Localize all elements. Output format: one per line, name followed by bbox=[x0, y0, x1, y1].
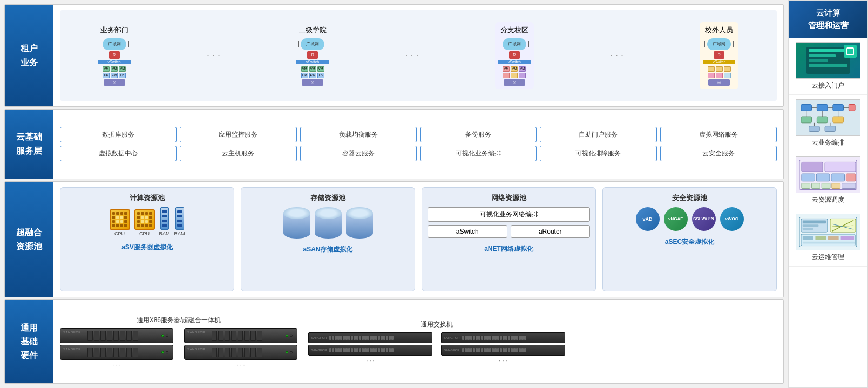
switch-units: SANGFOR bbox=[308, 332, 565, 364]
resource-pools: 计算资源池 bbox=[60, 187, 777, 291]
separator-1: · · · bbox=[207, 50, 220, 61]
server-unit-1: SANGFOR bbox=[60, 328, 173, 368]
service-troubleshoot: 可视化排障服务 bbox=[540, 146, 656, 161]
svg-rect-23 bbox=[846, 174, 856, 181]
svg-rect-42 bbox=[841, 236, 855, 240]
server-rack-2b: SANGFOR bbox=[184, 345, 297, 360]
svg-rect-25 bbox=[812, 183, 820, 189]
service-vdc: 虚拟数据中心 bbox=[60, 146, 177, 161]
cloud-services-content: 数据库服务 应用监控服务 负载均衡服务 备份服务 自助门户服务 虚拟网络服务 虚… bbox=[53, 110, 783, 179]
row-hardware: 通用基础硬件 通用X86服务器/超融合一体机 SANGFOR bbox=[4, 299, 784, 384]
tenant-unit-title-1: 业务部门 bbox=[100, 25, 128, 35]
network-pool-inner: 可视化业务网络编排 aSwitch aRouter bbox=[428, 207, 590, 238]
hyperconverged-content: 计算资源池 bbox=[53, 182, 783, 297]
cpu-icon-2: CPU bbox=[134, 209, 155, 236]
right-panel-item-biz[interactable]: 云业务编排 bbox=[789, 95, 867, 152]
diagram-branch: 分支校区 广域网 R vSwitch VM VM VM bbox=[498, 25, 531, 86]
net-vis-orch: 可视化业务网络编排 bbox=[428, 207, 590, 222]
svg-rect-1 bbox=[817, 104, 828, 111]
server-units: SANGFOR bbox=[60, 328, 297, 368]
service-container: 容器云服务 bbox=[300, 146, 417, 161]
server-section-title: 通用X86服务器/超融合一体机 bbox=[137, 316, 221, 325]
tenant-unit-college: 二级学院 广域网 R vSwitch VM VM VM bbox=[296, 25, 329, 86]
tenant-unit-title-2: 二级学院 bbox=[299, 25, 327, 35]
tenant-unit-external: 校外人员 广域网 R vSwitch bbox=[700, 22, 738, 89]
compute-pool-icons: CPU bbox=[110, 207, 185, 236]
hardware-sections: 通用X86服务器/超融合一体机 SANGFOR bbox=[60, 305, 777, 378]
svg-rect-3 bbox=[849, 104, 855, 111]
network-pool-title: 网络资源池 bbox=[491, 193, 526, 203]
switch-section: 通用交换机 SANGFOR bbox=[308, 320, 565, 364]
svg-rect-9 bbox=[833, 117, 844, 123]
switch-rack-2a: SANGFOR bbox=[441, 332, 565, 343]
right-panel-item-ops[interactable]: 云运维管理 bbox=[789, 209, 867, 267]
service-vnet: 虚拟网络服务 bbox=[660, 127, 777, 142]
switch-unit-2: SANGFOR bbox=[441, 332, 565, 364]
storage-pool: 存储资源池 bbox=[241, 187, 415, 291]
biz-label: 云业务编排 bbox=[812, 138, 844, 147]
server-unit-2: SANGFOR bbox=[184, 328, 297, 368]
arouter: aRouter bbox=[511, 225, 591, 238]
tenant-content-area: 业务部门 广域网 R vSwitch VM VM VM bbox=[53, 5, 783, 106]
resource-label: 云资源调度 bbox=[812, 195, 844, 205]
server-section: 通用X86服务器/超融合一体机 SANGFOR bbox=[60, 316, 297, 368]
service-vm: 云主机服务 bbox=[180, 146, 296, 161]
right-panel-item-portal[interactable]: 云接入门户 bbox=[789, 38, 867, 95]
ops-label: 云运维管理 bbox=[812, 253, 844, 262]
sec-vngaf: vNGAF bbox=[664, 207, 688, 231]
cylinder-3 bbox=[346, 207, 373, 239]
service-db: 数据库服务 bbox=[60, 127, 177, 142]
service-monitor: 应用监控服务 bbox=[180, 127, 296, 142]
tenant-label: 租户业务 bbox=[5, 5, 53, 106]
ops-thumbnail bbox=[796, 214, 860, 250]
storage-pool-label: aSAN存储虚拟化 bbox=[303, 245, 352, 254]
svg-rect-21 bbox=[816, 174, 830, 181]
aswitch: aSwitch bbox=[428, 225, 507, 238]
svg-rect-18 bbox=[802, 162, 823, 172]
server-rack-1b: SANGFOR bbox=[60, 345, 173, 360]
compute-pool-title: 计算资源池 bbox=[130, 193, 165, 203]
row-cloud-services: 云基础服务层 数据库服务 应用监控服务 负载均衡服务 备份服务 自助门户服务 虚… bbox=[4, 109, 784, 179]
tenant-diagrams: 业务部门 广域网 R vSwitch VM VM VM bbox=[60, 10, 777, 101]
sec-vwoc: vWOC bbox=[720, 207, 744, 231]
net-switch-row: aSwitch aRouter bbox=[428, 225, 590, 238]
server-rack-1a: SANGFOR bbox=[60, 328, 173, 343]
hardware-label: 通用基础硬件 bbox=[5, 300, 53, 383]
svg-rect-22 bbox=[831, 174, 845, 181]
svg-rect-33 bbox=[803, 228, 813, 230]
security-pool-label: aSEC安全虚拟化 bbox=[665, 237, 714, 247]
hardware-content: 通用X86服务器/超融合一体机 SANGFOR bbox=[53, 300, 783, 383]
svg-rect-19 bbox=[825, 162, 856, 172]
svg-rect-32 bbox=[803, 224, 818, 227]
svg-rect-0 bbox=[801, 104, 812, 111]
tenant-unit-business: 业务部门 广域网 R vSwitch VM VM VM bbox=[98, 25, 131, 86]
separator-3: · · · bbox=[610, 50, 623, 61]
compute-pool: 计算资源池 bbox=[60, 187, 234, 291]
right-panel-item-resource[interactable]: 云资源调度 bbox=[789, 152, 867, 209]
cylinder-2 bbox=[315, 207, 342, 239]
network-pool: 网络资源池 可视化业务网络编排 aSwitch aRouter aNET网络虚拟… bbox=[422, 187, 596, 291]
svg-rect-26 bbox=[822, 183, 830, 189]
svg-rect-27 bbox=[832, 183, 840, 189]
cloud-services-label: 云基础服务层 bbox=[5, 110, 53, 179]
svg-rect-40 bbox=[815, 236, 826, 240]
svg-rect-7 bbox=[801, 117, 812, 123]
switch-unit-1: SANGFOR bbox=[308, 332, 432, 364]
diagram-college: 二级学院 广域网 R vSwitch VM VM VM bbox=[296, 25, 329, 86]
svg-rect-41 bbox=[828, 236, 839, 240]
ram-icon-2: RAM bbox=[174, 207, 185, 236]
compute-pool-label: aSV服务器虚拟化 bbox=[121, 243, 173, 252]
resource-thumbnail bbox=[796, 156, 860, 193]
tenant-unit-title-4: 校外人员 bbox=[705, 25, 733, 35]
tenant-unit-branch: 分支校区 广域网 R vSwitch VM VM VM bbox=[495, 22, 534, 89]
server-rack-2a: SANGFOR bbox=[184, 328, 297, 343]
storage-icons bbox=[283, 207, 373, 239]
portal-label: 云接入门户 bbox=[812, 81, 844, 90]
switch-section-title: 通用交换机 bbox=[421, 320, 453, 329]
svg-rect-8 bbox=[817, 117, 828, 123]
svg-rect-31 bbox=[803, 220, 826, 223]
svg-rect-24 bbox=[802, 183, 810, 189]
svg-rect-13 bbox=[809, 126, 820, 132]
biz-thumbnail bbox=[796, 99, 860, 136]
cylinder-1 bbox=[283, 207, 310, 239]
